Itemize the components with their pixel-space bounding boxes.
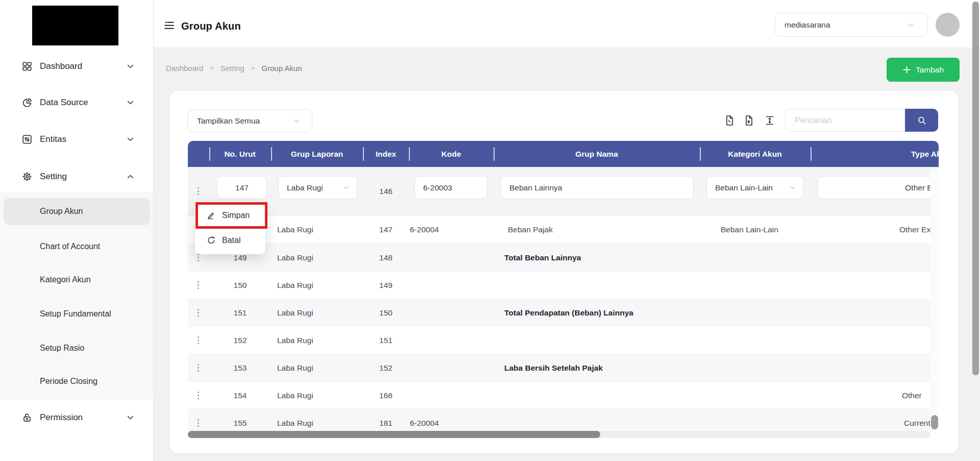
row-kebab-icon[interactable] [194,280,202,291]
chevron-down-icon [906,21,915,29]
index-value: 146 [363,187,409,196]
chevron-down-icon [342,184,351,192]
company-select[interactable]: mediasarana [775,13,927,37]
plus-icon [902,65,911,74]
table-row: 153Laba Rugi152Laba Bersih Setelah Pajak [188,354,939,381]
row-kebab-icon[interactable] [194,390,202,401]
cell-grup-laporan: Laba Rugi [277,409,313,430]
table-vertical-scrollbar-thumb[interactable] [931,415,938,429]
add-button[interactable]: Tambah [887,58,960,82]
grup-laporan-select[interactable]: Laba Rugi [278,176,357,199]
context-menu-batal[interactable]: Batal [195,228,265,253]
sidebar-subitem-periode-closing[interactable]: Periode Closing [40,375,97,387]
table-row: 151Laba Rugi150Total Pendapatan (Beban) … [188,299,939,326]
grup-nama-input-value: Beban Lainnya [509,183,562,192]
table-row: 150Laba Rugi149 [188,271,939,299]
column-header-grup-nama: Grup Nama [575,150,618,159]
cell-type-akun: Current [904,409,930,430]
row-kebab-icon[interactable] [194,362,202,374]
pencil-icon [206,211,216,221]
window-scrollbar-thumb[interactable] [972,2,979,375]
table-horizontal-scrollbar-thumb[interactable] [188,431,600,438]
type-akun-select[interactable]: Other Expense [818,176,939,199]
kode-input[interactable]: 6-20003 [414,176,487,199]
cell-index: 168 [363,382,409,409]
window-scrollbar[interactable] [971,0,980,461]
search-button[interactable] [905,109,938,132]
sidebar: Dashboard Data Source Entitas Setting [0,0,154,461]
column-width-icon[interactable] [764,114,776,127]
sidebar-collapse-icon[interactable] [163,19,176,32]
search-placeholder: Pencarian [795,116,831,125]
cell-grup-nama: Total Beban Lainnya [504,244,581,271]
kategori-akun-select[interactable]: Beban Lain-Lain [706,176,803,199]
pdf-export-icon[interactable] [723,114,736,127]
grup-nama-input[interactable]: Beban Lainnya [501,176,694,199]
sidebar-subitem-kategori-akun[interactable]: Kategori Akun [40,274,91,286]
row-kebab-icon[interactable] [194,418,202,429]
no-urut-input[interactable]: 147 [217,176,267,199]
sidebar-item-label: Entitas [40,134,66,144]
cell-grup-laporan: Laba Rugi [277,244,313,271]
cell-grup-laporan: Laba Rugi [277,354,313,381]
sidebar-item-label: Data Source [40,98,88,108]
sidebar-subitem-group-akun[interactable]: Group Akun [40,205,83,217]
cell-kode: 6-20004 [410,409,439,430]
sidebar-item-label: Permission [40,413,83,423]
context-menu-simpan[interactable]: Simpan [195,203,265,228]
cell-grup-laporan: Laba Rugi [277,216,313,243]
sidebar-item-setting[interactable]: Setting [0,169,154,184]
avatar[interactable] [936,13,960,37]
grup-laporan-select-value: Laba Rugi [287,183,323,192]
excel-export-icon[interactable] [743,114,755,127]
lock-icon [21,412,33,423]
search-icon [916,115,927,126]
table-row: 155Laba Rugi1816-20004Current [188,409,939,430]
column-header-kode: Kode [442,150,461,159]
undo-icon [206,236,216,246]
context-menu-label: Batal [222,236,240,245]
cell-index: 148 [363,244,409,271]
cell-index: 147 [363,216,409,243]
no-urut-input-value: 147 [235,183,249,192]
sliders-icon [21,134,33,145]
row-kebab-icon[interactable] [194,186,202,197]
row-context-menu: Simpan Batal [195,202,265,254]
sidebar-subitem-chart-of-account[interactable]: Chart of Account [40,240,100,253]
table-vertical-scrollbar[interactable] [930,169,939,430]
breadcrumb-dashboard[interactable]: Dashboard [166,64,203,72]
sidebar-subitem-setup-rasio[interactable]: Setup Rasio [40,342,84,354]
page-title: Group Akun [181,20,241,32]
kode-input-value: 6-20003 [423,183,452,192]
table-body: Laba Rugi1476-20004Beban PajakBeban Lain… [188,216,939,430]
app-logo [32,6,118,45]
table-horizontal-scrollbar[interactable] [188,431,930,438]
cell-no-urut: 151 [209,299,271,326]
chevron-down-icon [126,414,135,422]
sidebar-item-entitas[interactable]: Entitas [0,132,154,147]
column-header-kategori-akun: Kategori Akun [728,150,781,159]
table-header: No. Urut Grup Laporan Index Kode Grup Na… [188,141,939,167]
sidebar-item-dashboard[interactable]: Dashboard [0,59,154,74]
table-row: 152Laba Rugi151 [188,326,939,354]
sidebar-item-label: Dashboard [40,61,82,71]
sidebar-item-data-source[interactable]: Data Source [0,95,154,110]
cell-grup-laporan: Laba Rugi [277,272,313,299]
sidebar-subitem-setup-fundamental[interactable]: Setup Fundamental [40,308,111,320]
breadcrumb: Dashboard > Setting > Group Akun [166,64,302,72]
company-select-value: mediasarana [785,20,830,30]
breadcrumb-setting[interactable]: Setting [220,64,244,72]
cell-no-urut: 154 [209,382,271,409]
sidebar-item-permission[interactable]: Permission [0,410,154,425]
cell-no-urut: 150 [209,272,271,299]
cell-no-urut: 155 [209,409,271,430]
cell-index: 151 [363,327,409,354]
cell-index: 152 [363,354,409,381]
row-kebab-icon[interactable] [194,335,202,346]
filter-select[interactable]: Tampilkan Semua [187,109,312,132]
cell-no-urut: 153 [209,354,271,381]
chevron-up-icon [126,173,135,181]
table-row: 149Laba Rugi148Total Beban Lainnya [188,244,939,271]
row-kebab-icon[interactable] [194,307,202,319]
search-input[interactable]: Pencarian [785,109,905,132]
